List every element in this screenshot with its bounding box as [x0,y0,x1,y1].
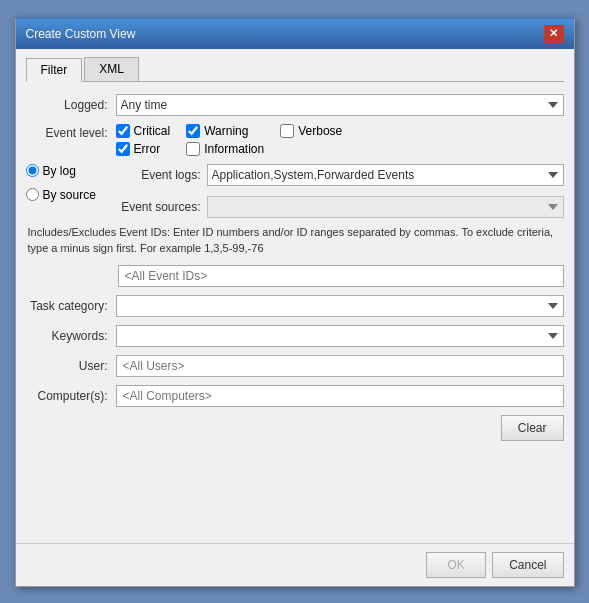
computer-input[interactable] [116,385,564,407]
error-label: Error [134,142,161,156]
task-category-label: Task category: [26,299,116,313]
logged-select[interactable]: Any time Last hour Last 12 hours Last 24… [116,94,564,116]
logged-select-wrap: Any time Last hour Last 12 hours Last 24… [116,94,564,116]
ok-button[interactable]: OK [426,552,486,578]
clear-button[interactable]: Clear [501,415,564,441]
checkbox-critical: Critical [116,124,171,138]
fields-col: Event logs: Application,System,Forwarded… [116,164,564,218]
event-id-input[interactable] [118,265,564,287]
by-source-radio-item: By source [26,188,116,202]
radio-source-section: By log By source Event logs: Application… [26,164,564,218]
information-checkbox[interactable] [186,142,200,156]
task-category-select[interactable] [116,295,564,317]
title-bar: Create Custom View ✕ [16,19,574,49]
user-input[interactable] [116,355,564,377]
event-level-label: Event level: [26,124,116,140]
by-source-radio[interactable] [26,188,39,201]
description-text: Includes/Excludes Event IDs: Enter ID nu… [26,224,564,257]
user-row: User: [26,355,564,377]
event-id-row [118,265,564,287]
logged-row: Logged: Any time Last hour Last 12 hours… [26,94,564,116]
critical-label: Critical [134,124,171,138]
keywords-label: Keywords: [26,329,116,343]
keywords-select-wrap [116,325,564,347]
by-log-radio-item: By log [26,164,116,178]
computer-row: Computer(s): [26,385,564,407]
event-logs-select[interactable]: Application,System,Forwarded Events [207,164,564,186]
task-category-select-wrap [116,295,564,317]
dialog-title: Create Custom View [26,27,136,41]
tab-xml[interactable]: XML [84,57,139,81]
verbose-checkbox[interactable] [280,124,294,138]
bottom-buttons: OK Cancel [16,543,574,586]
event-logs-row: Event logs: Application,System,Forwarded… [116,164,564,186]
by-log-label: By log [43,164,76,178]
tab-filter[interactable]: Filter [26,58,83,82]
critical-checkbox[interactable] [116,124,130,138]
user-label: User: [26,359,116,373]
dialog: Create Custom View ✕ Filter XML Logged: … [15,17,575,587]
logged-label: Logged: [26,98,116,112]
checkbox-warning: Warning [186,124,264,138]
warning-label: Warning [204,124,248,138]
keywords-row: Keywords: [26,325,564,347]
checkbox-information: Information [186,142,264,156]
event-sources-select-wrap [207,196,564,218]
by-source-label: By source [43,188,96,202]
warning-checkbox[interactable] [186,124,200,138]
cancel-button[interactable]: Cancel [492,552,563,578]
computer-label: Computer(s): [26,389,116,403]
event-level-row: Event level: Critical Warning Verbose Er… [26,124,564,156]
information-label: Information [204,142,264,156]
error-checkbox[interactable] [116,142,130,156]
event-sources-label: Event sources: [116,200,201,214]
checkbox-error: Error [116,142,171,156]
dialog-body: Filter XML Logged: Any time Last hour La… [16,49,574,543]
tab-bar: Filter XML [26,57,564,82]
event-level-grid: Critical Warning Verbose Error Informati… [116,124,343,156]
checkbox-verbose: Verbose [280,124,342,138]
task-category-row: Task category: [26,295,564,317]
event-sources-row: Event sources: [116,196,564,218]
event-logs-select-wrap: Application,System,Forwarded Events [207,164,564,186]
close-button[interactable]: ✕ [544,25,564,43]
by-log-radio[interactable] [26,164,39,177]
radio-col: By log By source [26,164,116,218]
event-sources-select[interactable] [207,196,564,218]
clear-section: Clear [26,415,564,441]
keywords-select[interactable] [116,325,564,347]
event-logs-label: Event logs: [116,168,201,182]
verbose-label: Verbose [298,124,342,138]
